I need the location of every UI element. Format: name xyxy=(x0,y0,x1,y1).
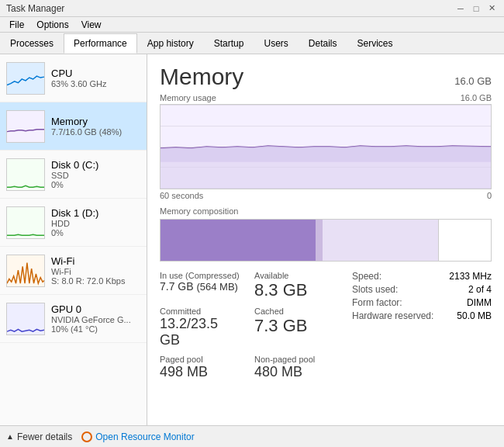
chart-svg xyxy=(161,105,491,189)
tab-users[interactable]: Users xyxy=(254,33,298,54)
title-bar-title: Task Manager xyxy=(6,3,454,14)
cpu-info: CPU 63% 3.60 GHz xyxy=(51,68,140,88)
comp-modified xyxy=(316,220,323,261)
stat-available-label: Available xyxy=(254,271,337,280)
svg-rect-0 xyxy=(7,63,44,94)
left-stats: In use (Compressed) 7.7 GB (564 MB) Avai… xyxy=(160,271,337,388)
svg-rect-3 xyxy=(7,207,44,238)
sidebar-item-gpu0[interactable]: GPU 0 NVIDIA GeForce G... 10% (41 °C) xyxy=(0,295,147,343)
sidebar-item-disk1[interactable]: Disk 1 (D:) HDD 0% xyxy=(0,199,147,247)
spec-speed-label: Speed: xyxy=(352,271,381,282)
gpu0-thumbnail xyxy=(6,303,45,335)
disk0-sub2: 0% xyxy=(51,180,140,189)
wifi-thumbnail xyxy=(6,255,45,287)
disk0-name: Disk 0 (C:) xyxy=(51,159,140,171)
stat-cached-label: Cached xyxy=(254,307,337,316)
stat-cached: Cached 7.3 GB xyxy=(254,307,337,348)
stat-inuse-label: In use (Compressed) xyxy=(160,271,242,280)
spec-speed: Speed: 2133 MHz xyxy=(352,271,492,282)
chart-time-row: 60 seconds 0 xyxy=(160,191,492,200)
wifi-name: Wi-Fi xyxy=(51,255,140,267)
open-resource-monitor-label: Open Resource Monitor xyxy=(95,431,194,442)
chart-time-left: 60 seconds xyxy=(160,191,203,200)
stat-committed-label: Committed xyxy=(160,307,242,316)
tab-services[interactable]: Services xyxy=(347,33,403,54)
spec-slots-label: Slots used: xyxy=(352,284,398,295)
tab-apphistory[interactable]: App history xyxy=(137,33,204,54)
disk0-thumbnail xyxy=(6,158,45,191)
chart-max-label: 16.0 GB xyxy=(461,93,492,102)
spec-speed-value: 2133 MHz xyxy=(449,271,492,282)
spec-slots: Slots used: 2 of 4 xyxy=(352,284,492,295)
stats-section: In use (Compressed) 7.7 GB (564 MB) Avai… xyxy=(160,271,492,388)
svg-marker-7 xyxy=(161,146,491,162)
stat-cached-value: 7.3 GB xyxy=(254,316,337,336)
menu-options[interactable]: Options xyxy=(30,17,74,32)
tab-performance[interactable]: Performance xyxy=(64,33,137,54)
chart-time-right: 0 xyxy=(487,191,492,200)
wifi-sub1: Wi-Fi xyxy=(51,267,140,276)
wifi-sub2: S: 8.0 R: 72.0 Kbps xyxy=(51,276,140,286)
minimize-button[interactable]: ─ xyxy=(454,2,467,15)
sidebar-item-disk0[interactable]: Disk 0 (C:) SSD 0% xyxy=(0,151,147,199)
chart-label-row: Memory usage 16.0 GB xyxy=(160,93,492,102)
menu-file[interactable]: File xyxy=(3,17,30,32)
composition-label: Memory composition xyxy=(160,206,492,216)
fewer-details-button[interactable]: ▲ Fewer details xyxy=(6,431,72,442)
memory-usage-chart xyxy=(160,104,492,189)
gpu0-sub2: 10% (41 °C) xyxy=(51,324,140,334)
composition-bar xyxy=(160,219,492,262)
sidebar-item-cpu[interactable]: CPU 63% 3.60 GHz xyxy=(0,54,147,102)
inuse-gb: 7.7 GB xyxy=(160,280,194,293)
sidebar-item-wifi[interactable]: Wi-Fi Wi-Fi S: 8.0 R: 72.0 Kbps xyxy=(0,247,147,295)
wifi-info: Wi-Fi Wi-Fi S: 8.0 R: 72.0 Kbps xyxy=(51,255,140,286)
stat-available: Available 8.3 GB xyxy=(254,271,337,300)
sidebar: CPU 63% 3.60 GHz Memory 7.7/16.0 GB (48%… xyxy=(0,54,147,425)
memory-sub: 7.7/16.0 GB (48%) xyxy=(51,127,140,137)
tab-details[interactable]: Details xyxy=(299,33,347,54)
stat-paged-label: Paged pool xyxy=(160,355,242,364)
sidebar-item-memory[interactable]: Memory 7.7/16.0 GB (48%) xyxy=(0,102,147,151)
open-resource-monitor-link[interactable]: Open Resource Monitor xyxy=(81,431,194,442)
tab-startup[interactable]: Startup xyxy=(204,33,254,54)
content-total-ram: 16.0 GB xyxy=(454,75,492,87)
spec-form-value: DIMM xyxy=(467,297,492,308)
disk1-info: Disk 1 (D:) HDD 0% xyxy=(51,207,140,237)
right-stats: Speed: 2133 MHz Slots used: 2 of 4 Form … xyxy=(352,271,492,388)
chart-usage-label: Memory usage xyxy=(160,93,216,102)
spec-form-label: Form factor: xyxy=(352,297,402,308)
tab-processes[interactable]: Processes xyxy=(0,33,64,54)
title-bar: Task Manager ─ □ ✕ xyxy=(0,0,504,17)
memory-name: Memory xyxy=(51,116,140,127)
comp-inuse xyxy=(161,220,316,261)
title-bar-controls: ─ □ ✕ xyxy=(454,2,498,15)
inuse-compressed: (564 MB) xyxy=(196,281,237,293)
gpu0-info: GPU 0 NVIDIA GeForce G... 10% (41 °C) xyxy=(51,303,140,334)
spec-hwreserved-label: Hardware reserved: xyxy=(352,310,433,321)
stat-nonpaged-value: 480 MB xyxy=(254,364,337,380)
stat-paged: Paged pool 498 MB xyxy=(160,355,242,380)
stat-inuse: In use (Compressed) 7.7 GB (564 MB) xyxy=(160,271,242,300)
maximize-button[interactable]: □ xyxy=(470,2,482,15)
cpu-name: CPU xyxy=(51,68,140,79)
content-panel: Memory 16.0 GB Memory usage 16.0 GB xyxy=(147,54,504,425)
stat-committed: Committed 13.2/23.5 GB xyxy=(160,307,242,348)
menu-bar: File Options View xyxy=(0,17,504,33)
stat-nonpaged: Non-paged pool 480 MB xyxy=(254,355,337,380)
close-button[interactable]: ✕ xyxy=(485,2,498,15)
gpu0-name: GPU 0 xyxy=(51,303,140,315)
stat-paged-value: 498 MB xyxy=(160,364,242,380)
main-area: CPU 63% 3.60 GHz Memory 7.7/16.0 GB (48%… xyxy=(0,54,504,425)
spec-form: Form factor: DIMM xyxy=(352,297,492,308)
spec-hwreserved-value: 50.0 MB xyxy=(457,310,492,321)
gpu0-sub1: NVIDIA GeForce G... xyxy=(51,315,140,324)
svg-rect-1 xyxy=(7,111,44,142)
memory-thumbnail xyxy=(6,110,45,143)
disk0-sub1: SSD xyxy=(51,171,140,180)
disk1-sub2: 0% xyxy=(51,228,140,237)
spec-hwreserved: Hardware reserved: 50.0 MB xyxy=(352,310,492,321)
stat-committed-value: 13.2/23.5 GB xyxy=(160,316,242,348)
memory-usage-section: Memory usage 16.0 GB xyxy=(160,93,492,200)
menu-view[interactable]: View xyxy=(75,17,108,32)
content-header: Memory 16.0 GB xyxy=(160,64,492,90)
